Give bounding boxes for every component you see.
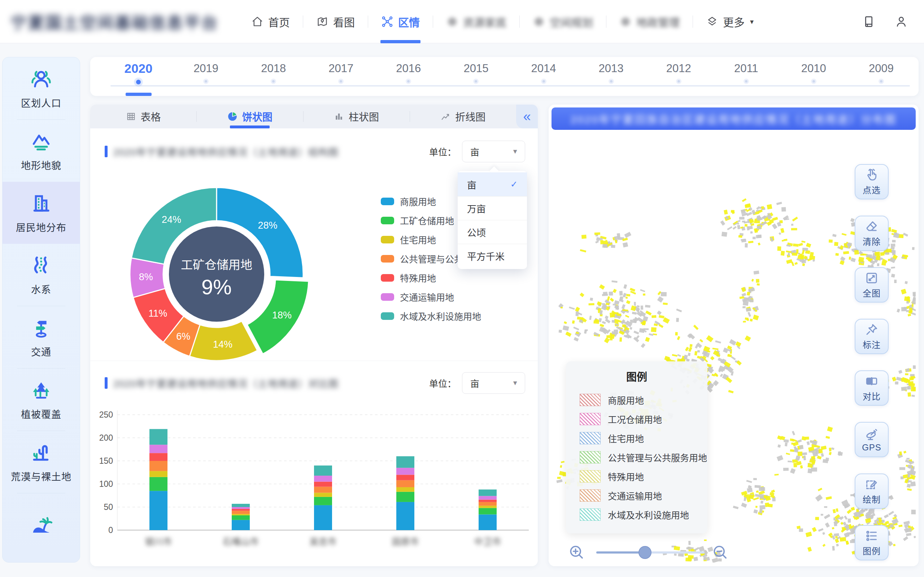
- bar-segment-中卫市-商服用地[interactable]: [478, 514, 497, 530]
- sidebar-item-terrain[interactable]: 地形地貌: [3, 120, 80, 182]
- bar-segment-中卫市-住宅用地[interactable]: [478, 506, 497, 508]
- bar-segment-银川市-水域及水利设施用地[interactable]: [149, 429, 168, 445]
- bar-segment-中卫市-交通运输用地[interactable]: [478, 496, 497, 500]
- map-tool-compare[interactable]: 对比: [855, 371, 888, 406]
- map-tool-annotate[interactable]: 标注: [855, 319, 888, 354]
- nav-item-home[interactable]: 首页: [238, 0, 303, 43]
- timeline-year-2009[interactable]: 2009: [848, 61, 915, 85]
- map-tool-draw[interactable]: 绘制: [855, 474, 888, 509]
- pie-legend-item[interactable]: 特殊用地: [381, 271, 499, 284]
- bar-unit-select[interactable]: 亩 ▼: [462, 372, 525, 394]
- zoom-in-icon[interactable]: [568, 544, 585, 561]
- timeline-year-2014[interactable]: 2014: [510, 61, 577, 85]
- tab-line-chart[interactable]: 折线图: [410, 105, 516, 128]
- pie-legend-item[interactable]: 交通运输用地: [381, 290, 499, 303]
- nav-item-planning[interactable]: 空间规划: [520, 0, 606, 43]
- bar-segment-银川市-工矿仓储用地[interactable]: [149, 477, 168, 491]
- bar-segment-石嘴山市-住宅用地[interactable]: [232, 514, 250, 515]
- tab-table[interactable]: 表格: [90, 105, 196, 128]
- sidebar-item-water[interactable]: 水系: [3, 244, 80, 306]
- unit-option-平方千米[interactable]: 平方千米✓: [458, 244, 527, 268]
- bar-segment-中卫市-公共管理与公共服务用地[interactable]: [478, 502, 497, 506]
- map-tool-pick[interactable]: 点选: [855, 164, 888, 200]
- timeline-year-2015[interactable]: 2015: [442, 61, 510, 85]
- map-tool-legend[interactable]: 图例: [855, 525, 888, 561]
- bar-segment-银川市-交通运输用地[interactable]: [149, 445, 168, 453]
- timeline-year-2011[interactable]: 2011: [712, 61, 780, 85]
- sidebar-item-island[interactable]: [3, 493, 80, 555]
- chart-tab-bar: 表格饼状图柱状图折线图«: [90, 105, 538, 128]
- bar-segment-固原市-交通运输用地[interactable]: [396, 468, 414, 475]
- app-logo[interactable]: 宁夏国土空间基础信息平台: [11, 11, 219, 32]
- unit-option-亩[interactable]: 亩✓: [458, 172, 527, 196]
- timeline-year-2016[interactable]: 2016: [375, 61, 442, 85]
- zoom-out-icon[interactable]: [712, 544, 729, 561]
- map-tool-clear[interactable]: 清除: [855, 216, 888, 251]
- bar-segment-中卫市-工矿仓储用地[interactable]: [478, 508, 497, 515]
- bar-segment-吴忠市-住宅用地[interactable]: [314, 493, 332, 497]
- bar-segment-吴忠市-交通运输用地[interactable]: [314, 475, 332, 482]
- year-label: 2014: [531, 61, 556, 76]
- nav-item-land-admin[interactable]: 地政管理: [606, 0, 693, 43]
- caret-down-icon: ▾: [750, 17, 754, 26]
- zoom-slider-track[interactable]: [596, 551, 704, 554]
- nav-item-district[interactable]: 区情: [368, 0, 433, 43]
- map-tool-gps[interactable]: GPS: [855, 422, 888, 457]
- layer-sidebar: 区划人口地形地貌居民地分布水系交通植被覆盖荒漠与裸土地: [2, 57, 80, 562]
- bar-segment-中卫市-水域及水利设施用地[interactable]: [478, 489, 497, 496]
- nav-item-resources[interactable]: 资源家底: [433, 0, 519, 43]
- sidebar-item-desert[interactable]: 荒漠与裸土地: [3, 431, 80, 493]
- timeline-year-2018[interactable]: 2018: [240, 61, 307, 85]
- bar-segment-银川市-住宅用地[interactable]: [149, 471, 168, 477]
- map-tool-full-extent[interactable]: 全图: [855, 267, 888, 303]
- sidebar-item-settlements[interactable]: 居民地分布: [3, 182, 80, 244]
- document-icon[interactable]: [862, 15, 876, 29]
- pie-unit-select[interactable]: 亩 ▼: [462, 141, 525, 162]
- bar-segment-中卫市-特殊用地[interactable]: [478, 500, 497, 502]
- map-legend-item: 水域及水利设施用地: [566, 505, 708, 524]
- bar-segment-银川市-公共管理与公共服务用地[interactable]: [149, 461, 168, 471]
- nav-item-more[interactable]: 更多▾: [693, 0, 767, 43]
- bar-segment-银川市-特殊用地[interactable]: [149, 453, 168, 461]
- bar-segment-固原市-特殊用地[interactable]: [396, 475, 414, 480]
- bar-segment-石嘴山市-特殊用地[interactable]: [232, 509, 250, 511]
- zoom-slider-handle[interactable]: [638, 546, 651, 559]
- sidebar-item-vegetation[interactable]: 植被覆盖: [3, 369, 80, 430]
- nav-item-label: 空间规划: [550, 14, 593, 29]
- timeline-year-2020[interactable]: 2020: [105, 61, 172, 85]
- bar-segment-固原市-工矿仓储用地[interactable]: [396, 492, 414, 502]
- bar-segment-银川市-商服用地[interactable]: [149, 491, 168, 530]
- bar-segment-石嘴山市-水域及水利设施用地[interactable]: [232, 504, 250, 507]
- timeline-year-2010[interactable]: 2010: [780, 61, 848, 85]
- timeline-year-2013[interactable]: 2013: [577, 61, 645, 85]
- bar-segment-吴忠市-商服用地[interactable]: [314, 505, 332, 530]
- year-timeline-card: 2020201920182017201620152014201320122011…: [90, 57, 919, 96]
- unit-option-万亩[interactable]: 万亩✓: [458, 196, 527, 220]
- bar-segment-石嘴山市-交通运输用地[interactable]: [232, 507, 250, 509]
- legend-swatch: [381, 236, 394, 243]
- tab-bar-chart[interactable]: 柱状图: [304, 105, 410, 128]
- bar-segment-固原市-公共管理与公共服务用地[interactable]: [396, 480, 414, 487]
- bar-segment-石嘴山市-工矿仓储用地[interactable]: [232, 515, 250, 520]
- bar-segment-固原市-商服用地[interactable]: [396, 502, 414, 530]
- timeline-year-2019[interactable]: 2019: [172, 61, 240, 85]
- unit-option-公顷[interactable]: 公顷✓: [458, 220, 527, 244]
- bar-segment-吴忠市-公共管理与公共服务用地[interactable]: [314, 487, 332, 493]
- bar-segment-吴忠市-工矿仓储用地[interactable]: [314, 497, 332, 505]
- nav-item-view-map[interactable]: 看图: [303, 0, 368, 43]
- bar-segment-石嘴山市-公共管理与公共服务用地[interactable]: [232, 511, 250, 514]
- bar-segment-固原市-住宅用地[interactable]: [396, 487, 414, 492]
- bar-segment-吴忠市-特殊用地[interactable]: [314, 482, 332, 487]
- timeline-year-2012[interactable]: 2012: [645, 61, 712, 85]
- bar-segment-石嘴山市-商服用地[interactable]: [232, 520, 250, 530]
- timeline-year-2017[interactable]: 2017: [307, 61, 375, 85]
- tab-pie-chart[interactable]: 饼状图: [197, 105, 303, 128]
- user-icon[interactable]: [894, 15, 908, 29]
- sidebar-item-traffic[interactable]: 交通: [3, 306, 80, 368]
- collapse-panel-button[interactable]: «: [516, 105, 538, 128]
- bar-segment-固原市-水域及水利设施用地[interactable]: [396, 456, 414, 468]
- pie-legend-item[interactable]: 水域及水利设施用地: [381, 309, 499, 322]
- bar-segment-吴忠市-水域及水利设施用地[interactable]: [314, 466, 332, 475]
- sidebar-item-population[interactable]: 区划人口: [3, 57, 80, 119]
- option-label: 公顷: [467, 226, 486, 239]
